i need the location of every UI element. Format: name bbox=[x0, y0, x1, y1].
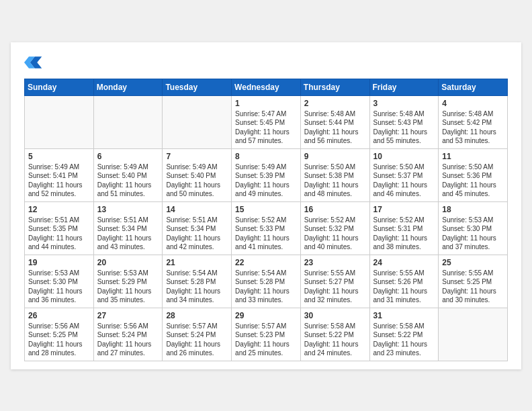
day-number: 26 bbox=[28, 311, 90, 320]
day-info: Sunrise: 5:55 AM Sunset: 5:26 PM Dayligh… bbox=[373, 269, 435, 305]
empty-cell bbox=[25, 95, 94, 148]
logo-icon bbox=[24, 53, 43, 72]
day-cell-13: 13Sunrise: 5:51 AM Sunset: 5:34 PM Dayli… bbox=[93, 201, 163, 255]
week-row-2: 5Sunrise: 5:49 AM Sunset: 5:41 PM Daylig… bbox=[25, 148, 508, 201]
day-info: Sunrise: 5:52 AM Sunset: 5:33 PM Dayligh… bbox=[235, 216, 297, 252]
day-cell-3: 3Sunrise: 5:48 AM Sunset: 5:43 PM Daylig… bbox=[369, 95, 439, 148]
day-info: Sunrise: 5:58 AM Sunset: 5:22 PM Dayligh… bbox=[304, 322, 366, 358]
empty-cell bbox=[93, 95, 163, 148]
day-number: 7 bbox=[166, 152, 228, 161]
day-cell-30: 30Sunrise: 5:58 AM Sunset: 5:22 PM Dayli… bbox=[300, 308, 369, 361]
day-info: Sunrise: 5:53 AM Sunset: 5:30 PM Dayligh… bbox=[442, 216, 504, 252]
day-cell-1: 1Sunrise: 5:47 AM Sunset: 5:45 PM Daylig… bbox=[232, 95, 301, 148]
logo bbox=[24, 53, 46, 72]
day-number: 8 bbox=[235, 152, 297, 161]
day-number: 11 bbox=[442, 152, 504, 161]
empty-cell bbox=[439, 308, 508, 361]
day-cell-24: 24Sunrise: 5:55 AM Sunset: 5:26 PM Dayli… bbox=[369, 255, 439, 308]
weekday-friday: Friday bbox=[369, 79, 439, 95]
day-info: Sunrise: 5:52 AM Sunset: 5:31 PM Dayligh… bbox=[373, 216, 435, 252]
weekday-thursday: Thursday bbox=[300, 79, 369, 95]
day-cell-22: 22Sunrise: 5:54 AM Sunset: 5:28 PM Dayli… bbox=[232, 255, 301, 308]
day-cell-10: 10Sunrise: 5:50 AM Sunset: 5:37 PM Dayli… bbox=[369, 148, 439, 201]
day-number: 6 bbox=[97, 152, 159, 161]
day-info: Sunrise: 5:50 AM Sunset: 5:37 PM Dayligh… bbox=[373, 163, 435, 199]
day-number: 17 bbox=[373, 205, 435, 214]
day-info: Sunrise: 5:51 AM Sunset: 5:34 PM Dayligh… bbox=[97, 216, 159, 252]
day-cell-23: 23Sunrise: 5:55 AM Sunset: 5:27 PM Dayli… bbox=[300, 255, 369, 308]
day-number: 30 bbox=[304, 311, 366, 320]
day-number: 29 bbox=[235, 311, 297, 320]
day-info: Sunrise: 5:49 AM Sunset: 5:40 PM Dayligh… bbox=[97, 163, 159, 199]
day-number: 3 bbox=[373, 99, 435, 108]
day-info: Sunrise: 5:49 AM Sunset: 5:41 PM Dayligh… bbox=[28, 163, 90, 199]
week-row-1: 1Sunrise: 5:47 AM Sunset: 5:45 PM Daylig… bbox=[25, 95, 508, 148]
week-row-5: 26Sunrise: 5:56 AM Sunset: 5:25 PM Dayli… bbox=[25, 308, 508, 361]
day-info: Sunrise: 5:48 AM Sunset: 5:43 PM Dayligh… bbox=[373, 109, 435, 146]
day-number: 14 bbox=[166, 205, 228, 214]
day-info: Sunrise: 5:48 AM Sunset: 5:42 PM Dayligh… bbox=[442, 109, 504, 146]
day-cell-16: 16Sunrise: 5:52 AM Sunset: 5:32 PM Dayli… bbox=[300, 201, 369, 255]
day-info: Sunrise: 5:49 AM Sunset: 5:40 PM Dayligh… bbox=[166, 163, 228, 199]
weekday-sunday: Sunday bbox=[25, 79, 94, 95]
day-info: Sunrise: 5:57 AM Sunset: 5:23 PM Dayligh… bbox=[235, 322, 297, 358]
day-cell-21: 21Sunrise: 5:54 AM Sunset: 5:28 PM Dayli… bbox=[163, 255, 232, 308]
day-info: Sunrise: 5:56 AM Sunset: 5:25 PM Dayligh… bbox=[28, 322, 90, 358]
day-info: Sunrise: 5:47 AM Sunset: 5:45 PM Dayligh… bbox=[235, 109, 297, 146]
day-info: Sunrise: 5:48 AM Sunset: 5:44 PM Dayligh… bbox=[304, 109, 366, 146]
day-number: 22 bbox=[235, 258, 297, 267]
day-number: 15 bbox=[235, 205, 297, 214]
day-number: 1 bbox=[235, 99, 297, 108]
week-row-4: 19Sunrise: 5:53 AM Sunset: 5:30 PM Dayli… bbox=[25, 255, 508, 308]
day-number: 13 bbox=[97, 205, 159, 214]
day-cell-2: 2Sunrise: 5:48 AM Sunset: 5:44 PM Daylig… bbox=[300, 95, 369, 148]
day-cell-5: 5Sunrise: 5:49 AM Sunset: 5:41 PM Daylig… bbox=[25, 148, 94, 201]
day-number: 16 bbox=[304, 205, 366, 214]
day-cell-19: 19Sunrise: 5:53 AM Sunset: 5:30 PM Dayli… bbox=[25, 255, 94, 308]
week-row-3: 12Sunrise: 5:51 AM Sunset: 5:35 PM Dayli… bbox=[25, 201, 508, 255]
calendar-header bbox=[24, 53, 508, 72]
day-info: Sunrise: 5:54 AM Sunset: 5:28 PM Dayligh… bbox=[235, 269, 297, 305]
calendar-container: SundayMondayTuesdayWednesdayThursdayFrid… bbox=[11, 42, 521, 369]
day-cell-15: 15Sunrise: 5:52 AM Sunset: 5:33 PM Dayli… bbox=[232, 201, 301, 255]
day-info: Sunrise: 5:51 AM Sunset: 5:34 PM Dayligh… bbox=[166, 216, 228, 252]
day-cell-31: 31Sunrise: 5:58 AM Sunset: 5:22 PM Dayli… bbox=[369, 308, 439, 361]
day-cell-17: 17Sunrise: 5:52 AM Sunset: 5:31 PM Dayli… bbox=[369, 201, 439, 255]
day-number: 2 bbox=[304, 99, 366, 108]
day-number: 10 bbox=[373, 152, 435, 161]
day-number: 4 bbox=[442, 99, 504, 108]
weekday-wednesday: Wednesday bbox=[232, 79, 301, 95]
day-info: Sunrise: 5:57 AM Sunset: 5:24 PM Dayligh… bbox=[166, 322, 228, 358]
weekday-tuesday: Tuesday bbox=[163, 79, 232, 95]
day-cell-14: 14Sunrise: 5:51 AM Sunset: 5:34 PM Dayli… bbox=[163, 201, 232, 255]
day-info: Sunrise: 5:51 AM Sunset: 5:35 PM Dayligh… bbox=[28, 216, 90, 252]
day-cell-28: 28Sunrise: 5:57 AM Sunset: 5:24 PM Dayli… bbox=[163, 308, 232, 361]
day-number: 24 bbox=[373, 258, 435, 267]
day-cell-27: 27Sunrise: 5:56 AM Sunset: 5:24 PM Dayli… bbox=[93, 308, 163, 361]
day-number: 12 bbox=[28, 205, 90, 214]
day-info: Sunrise: 5:53 AM Sunset: 5:29 PM Dayligh… bbox=[97, 269, 159, 305]
day-info: Sunrise: 5:50 AM Sunset: 5:36 PM Dayligh… bbox=[442, 163, 504, 199]
day-number: 20 bbox=[97, 258, 159, 267]
day-number: 25 bbox=[442, 258, 504, 267]
day-info: Sunrise: 5:54 AM Sunset: 5:28 PM Dayligh… bbox=[166, 269, 228, 305]
day-cell-18: 18Sunrise: 5:53 AM Sunset: 5:30 PM Dayli… bbox=[439, 201, 508, 255]
day-cell-29: 29Sunrise: 5:57 AM Sunset: 5:23 PM Dayli… bbox=[232, 308, 301, 361]
day-number: 18 bbox=[442, 205, 504, 214]
day-number: 31 bbox=[373, 311, 435, 320]
day-info: Sunrise: 5:50 AM Sunset: 5:38 PM Dayligh… bbox=[304, 163, 366, 199]
day-info: Sunrise: 5:53 AM Sunset: 5:30 PM Dayligh… bbox=[28, 269, 90, 305]
day-cell-6: 6Sunrise: 5:49 AM Sunset: 5:40 PM Daylig… bbox=[93, 148, 163, 201]
weekday-saturday: Saturday bbox=[439, 79, 508, 95]
empty-cell bbox=[163, 95, 232, 148]
day-info: Sunrise: 5:52 AM Sunset: 5:32 PM Dayligh… bbox=[304, 216, 366, 252]
day-info: Sunrise: 5:56 AM Sunset: 5:24 PM Dayligh… bbox=[97, 322, 159, 358]
day-number: 21 bbox=[166, 258, 228, 267]
day-number: 19 bbox=[28, 258, 90, 267]
day-cell-4: 4Sunrise: 5:48 AM Sunset: 5:42 PM Daylig… bbox=[439, 95, 508, 148]
calendar-grid: SundayMondayTuesdayWednesdayThursdayFrid… bbox=[24, 79, 508, 361]
day-cell-25: 25Sunrise: 5:55 AM Sunset: 5:25 PM Dayli… bbox=[439, 255, 508, 308]
day-number: 5 bbox=[28, 152, 90, 161]
day-cell-12: 12Sunrise: 5:51 AM Sunset: 5:35 PM Dayli… bbox=[25, 201, 94, 255]
day-cell-20: 20Sunrise: 5:53 AM Sunset: 5:29 PM Dayli… bbox=[93, 255, 163, 308]
